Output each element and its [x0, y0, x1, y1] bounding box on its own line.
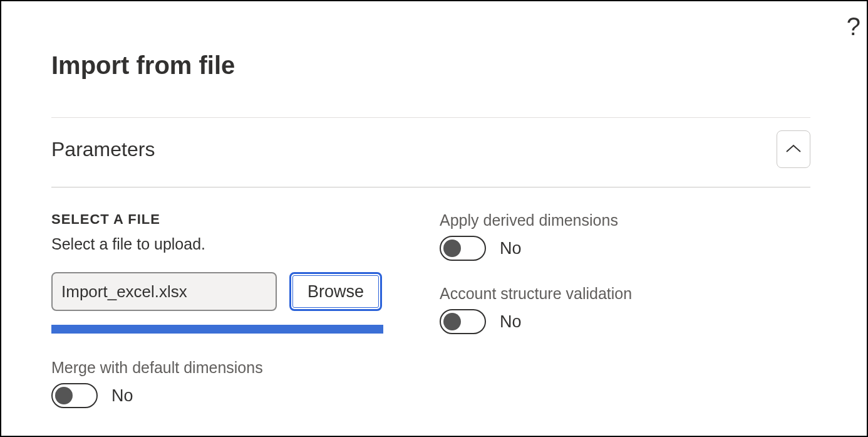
account-validation-field: Account structure validation No [440, 285, 753, 334]
merge-default-row: No [51, 383, 383, 408]
toggle-knob [55, 387, 73, 404]
merge-default-toggle[interactable] [51, 383, 98, 408]
collapse-button[interactable] [777, 130, 810, 168]
right-column: Apply derived dimensions No Account stru… [440, 211, 753, 432]
apply-derived-value: No [500, 239, 522, 258]
apply-derived-toggle[interactable] [440, 236, 486, 261]
browse-button[interactable]: Browse [289, 272, 382, 311]
page-title: Import from file [51, 51, 810, 80]
upload-progress-bar [51, 325, 383, 334]
select-file-help: Select a file to upload. [51, 235, 383, 253]
apply-derived-row: No [440, 236, 753, 261]
toggle-knob [443, 240, 461, 257]
account-validation-label: Account structure validation [440, 285, 753, 303]
apply-derived-label: Apply derived dimensions [440, 211, 753, 229]
section-header: Parameters [51, 118, 810, 187]
chevron-up-icon [785, 144, 802, 154]
left-column: SELECT A FILE Select a file to upload. B… [51, 211, 383, 432]
parameters-section: Parameters SELECT A FILE Select a file t… [51, 117, 810, 432]
merge-default-field: Merge with default dimensions No [51, 359, 383, 408]
page-container: Import from file Parameters SELECT A FIL… [1, 1, 867, 437]
merge-default-label: Merge with default dimensions [51, 359, 383, 377]
account-validation-toggle[interactable] [440, 309, 486, 334]
help-icon[interactable]: ? [847, 13, 860, 41]
toggle-knob [443, 313, 461, 330]
account-validation-value: No [500, 312, 522, 332]
select-file-heading: SELECT A FILE [51, 211, 383, 228]
merge-default-value: No [111, 386, 133, 406]
file-row: Browse [51, 272, 383, 311]
section-title: Parameters [51, 138, 155, 161]
apply-derived-field: Apply derived dimensions No [440, 211, 753, 261]
section-body: SELECT A FILE Select a file to upload. B… [51, 187, 810, 432]
filename-input[interactable] [51, 272, 277, 311]
account-validation-row: No [440, 309, 753, 334]
